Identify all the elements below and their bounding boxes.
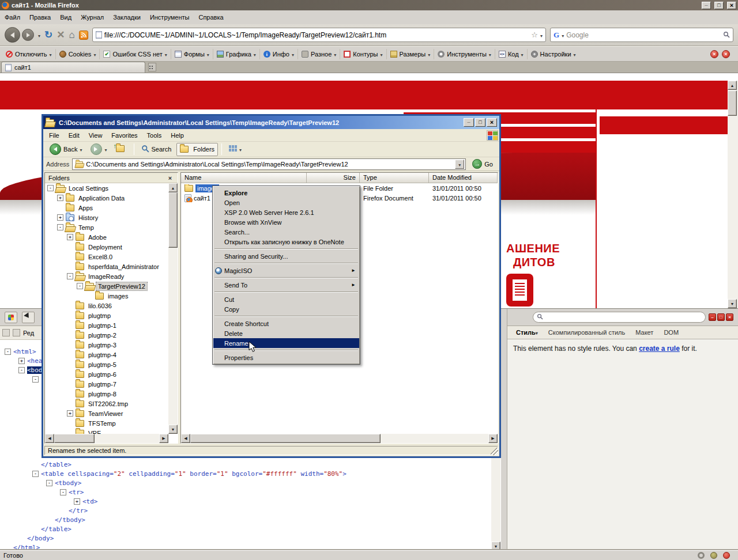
webdev-item-item-10[interactable]: Код: [495, 49, 527, 59]
scroll-left-icon[interactable]: ◀: [45, 434, 54, 443]
close-button[interactable]: [487, 118, 497, 127]
tree-item-history[interactable]: +History: [45, 213, 168, 222]
column-header-date-modified[interactable]: Date Modified: [429, 173, 498, 183]
context-menu-item-xsp-2-0-web-server-here-2-6-1[interactable]: XSP 2.0 Web Server Here 2.6.1: [213, 207, 359, 217]
html-node[interactable]: +<td>: [0, 497, 491, 506]
expander-icon[interactable]: -: [46, 480, 52, 486]
tree-item-plugtmp-4[interactable]: plugtmp-4: [45, 350, 168, 360]
tab-item-1[interactable]: Скомпилированный стиль: [543, 327, 630, 338]
webdev-item-item-4[interactable]: Графика: [213, 49, 259, 59]
expander-icon[interactable]: +: [18, 358, 25, 364]
context-menu-item-search[interactable]: Search...: [213, 227, 359, 237]
explorer-menu-edit[interactable]: Edit: [64, 130, 84, 141]
back-button[interactable]: [5, 27, 20, 43]
tree-item-plugtmp-5[interactable]: plugtmp-5: [45, 360, 168, 369]
style-search-box[interactable]: [533, 312, 706, 323]
scroll-down-icon[interactable]: ▼: [168, 425, 178, 434]
forward-button[interactable]: [87, 143, 110, 156]
panel-maximize-button[interactable]: □: [717, 313, 725, 321]
html-node[interactable]: -<tbody>: [0, 478, 491, 487]
html-node[interactable]: </tbody>: [0, 515, 491, 524]
expander-icon[interactable]: -: [18, 367, 25, 373]
webdev-item-item-6[interactable]: Разное: [298, 49, 340, 59]
firefox-menu-item-4[interactable]: Закладки: [108, 12, 145, 22]
statusbar-gear-icon[interactable]: [698, 552, 705, 559]
tree-horizontal-scrollbar[interactable]: ◀ ▶: [45, 434, 168, 443]
page-scrollbar[interactable]: ▲ ▼: [728, 81, 738, 308]
maximize-button[interactable]: [475, 118, 485, 127]
scroll-left-icon[interactable]: ◀: [181, 434, 190, 443]
close-folders-pane-button[interactable]: ×: [166, 175, 174, 181]
html-node[interactable]: -<tr>: [0, 487, 491, 497]
context-menu-item-magiciso[interactable]: MagicISO►: [213, 266, 359, 275]
firefox-menu-item-6[interactable]: Справка: [194, 12, 228, 22]
scroll-thumb[interactable]: [54, 434, 95, 443]
reload-button[interactable]: ↻: [44, 30, 52, 40]
go-button[interactable]: → Go: [469, 159, 496, 169]
scroll-up-icon[interactable]: ▲: [168, 183, 178, 192]
tree-item-temp[interactable]: -Temp: [45, 222, 168, 232]
tab-item-2[interactable]: Макет: [630, 327, 658, 338]
html-node[interactable]: </body>: [0, 533, 491, 543]
context-menu-item-copy[interactable]: Copy: [213, 304, 359, 314]
files-horizontal-scrollbar[interactable]: ◀ ▶: [181, 434, 498, 443]
html-node[interactable]: </tr>: [0, 506, 491, 515]
tab-overflow-button[interactable]: [148, 63, 156, 71]
tab-item-0[interactable]: Стиль: [511, 327, 543, 338]
tree-item-hsperfdata-administrator[interactable]: hsperfdata_Administrator: [45, 262, 168, 271]
webdev-red-button-2[interactable]: [722, 50, 730, 58]
views-dropdown-icon[interactable]: [239, 146, 242, 153]
tree-item-vrf[interactable]: VRF: [45, 428, 168, 434]
scroll-down-icon[interactable]: ▼: [491, 542, 500, 550]
tree-item-plugtmp-7[interactable]: plugtmp-7: [45, 379, 168, 389]
tree-item-adobe[interactable]: +Adobe: [45, 232, 168, 242]
context-menu-item-delete[interactable]: Delete: [213, 328, 359, 338]
html-node[interactable]: </table>: [0, 460, 491, 469]
search-engine-dropdown-icon[interactable]: [562, 32, 564, 39]
context-menu-item-create-shortcut[interactable]: Create Shortcut: [213, 319, 359, 328]
webdev-item-item-9[interactable]: Инструменты: [434, 49, 495, 59]
expander-icon[interactable]: +: [57, 214, 63, 221]
forward-dropdown-icon[interactable]: [104, 146, 107, 153]
tree-item-imageready[interactable]: -ImageReady: [45, 271, 168, 281]
firefox-menu-item-1[interactable]: Правка: [25, 12, 55, 22]
webdev-item-item-7[interactable]: Контуры: [340, 49, 386, 59]
panel-minimize-button[interactable]: –: [709, 313, 716, 321]
tree-item-teamviewer[interactable]: +TeamViewer: [45, 408, 168, 418]
explorer-menu-view[interactable]: View: [84, 130, 107, 141]
webdev-item-css[interactable]: Ошибок CSS нет: [99, 49, 170, 59]
firefox-menu-item-5[interactable]: Инструменты: [145, 12, 194, 22]
webdev-item-item-11[interactable]: Настройки: [527, 49, 579, 59]
folders-button[interactable]: Folders: [176, 143, 218, 156]
scroll-thumb[interactable]: [168, 192, 178, 248]
tree-item-excel8-0[interactable]: Excel8.0: [45, 252, 168, 262]
firefox-menu-item-2[interactable]: Вид: [55, 12, 76, 22]
webdev-item-item-8[interactable]: Размеры: [386, 49, 434, 59]
search-button[interactable]: Search: [138, 143, 175, 156]
context-menu-item-cut[interactable]: Cut: [213, 294, 359, 304]
style-search-input[interactable]: [545, 314, 702, 321]
views-button[interactable]: [225, 143, 245, 156]
expander-icon[interactable]: -: [60, 489, 66, 495]
home-button[interactable]: ⌂: [69, 30, 75, 40]
tree-item-plugtmp-3[interactable]: plugtmp-3: [45, 340, 168, 350]
address-combo[interactable]: [72, 158, 466, 170]
context-menu-item-sharing-and-security[interactable]: Sharing and Security...: [213, 251, 359, 261]
tree-item-plugtmp-6[interactable]: plugtmp-6: [45, 369, 168, 379]
resize-grip[interactable]: [491, 448, 498, 455]
expander-icon[interactable]: -: [47, 185, 54, 191]
statusbar-bug-icon[interactable]: [710, 552, 717, 559]
close-button[interactable]: [727, 2, 736, 9]
history-dropdown-icon[interactable]: [38, 32, 40, 39]
html-node[interactable]: </table>: [0, 524, 491, 533]
html-node[interactable]: -<table cellspacing="2" cellpadding="1" …: [0, 469, 491, 478]
edit-button[interactable]: Ред: [23, 330, 34, 336]
style-tool-icon[interactable]: [5, 312, 17, 323]
tab-dom[interactable]: DOM: [658, 327, 684, 338]
expander-icon[interactable]: -: [32, 376, 39, 383]
statusbar-red-icon[interactable]: [723, 552, 730, 559]
explorer-menu-file[interactable]: File: [44, 130, 64, 141]
subtoolbar-icon-2[interactable]: [13, 329, 20, 336]
expander-icon[interactable]: -: [32, 471, 39, 477]
expander-icon[interactable]: +: [57, 195, 63, 201]
